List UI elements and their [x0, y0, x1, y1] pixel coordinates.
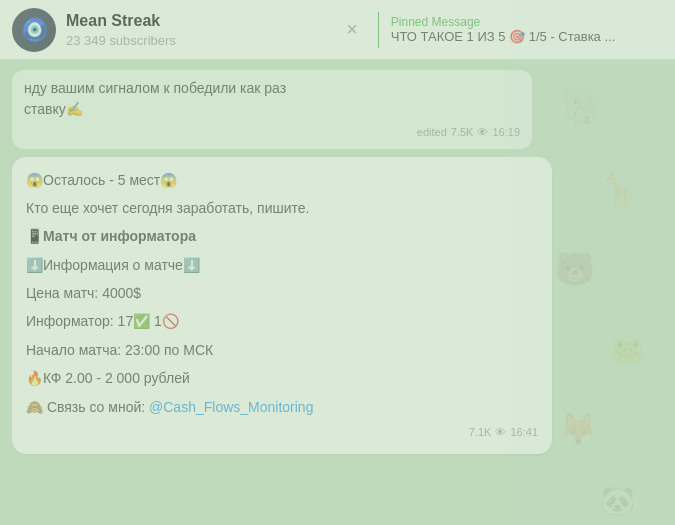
svg-text:🐘: 🐘 — [560, 84, 608, 130]
background-pattern: 🐘 🦒 🐻 🐸 🦊 🐼 — [0, 0, 675, 525]
svg-text:🦒: 🦒 — [600, 172, 638, 208]
chat-container: 🐘 🦒 🐻 🐸 🦊 🐼 🧿 Mean Streak 23 349 subscri… — [0, 0, 675, 525]
svg-text:🐼: 🐼 — [600, 484, 635, 517]
svg-text:🐸: 🐸 — [610, 334, 645, 367]
svg-text:🐻: 🐻 — [555, 250, 595, 288]
svg-text:🦊: 🦊 — [558, 410, 598, 448]
